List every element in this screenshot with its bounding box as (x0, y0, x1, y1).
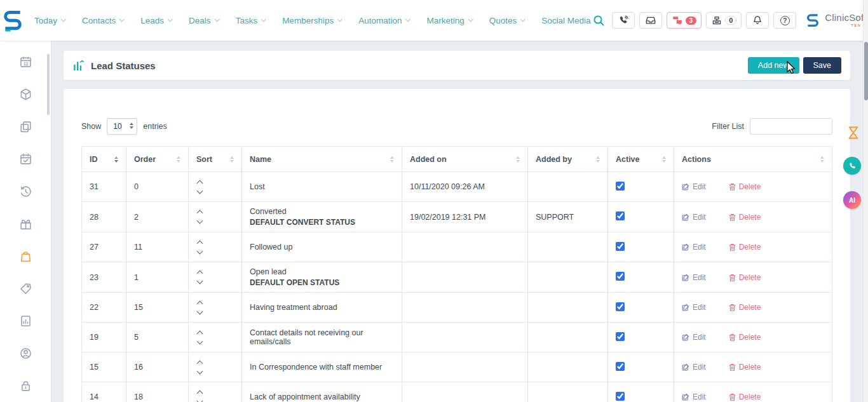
cell-added-by (528, 293, 608, 323)
col-header-added-on[interactable]: Added on (402, 147, 528, 172)
active-checkbox[interactable] (616, 392, 625, 401)
active-checkbox[interactable] (616, 302, 625, 311)
search-button[interactable] (591, 12, 607, 29)
edit-link[interactable]: Edit (682, 182, 706, 191)
edit-link[interactable]: Edit (682, 243, 706, 251)
delete-link[interactable]: Delete (729, 243, 761, 251)
nav-item-leads[interactable]: Leads (140, 16, 172, 25)
delete-link[interactable]: Delete (729, 303, 761, 312)
col-header-actions[interactable]: Actions (674, 147, 832, 172)
move-down-button[interactable] (197, 338, 203, 344)
notifications-button[interactable] (746, 12, 769, 29)
add-new-button[interactable]: Add new (748, 57, 799, 74)
edit-link[interactable]: Edit (682, 333, 706, 342)
filter-input[interactable] (750, 118, 832, 135)
col-header-sort[interactable]: Sort (189, 147, 242, 172)
nav-item-memberships[interactable]: Memberships (282, 16, 341, 25)
brand-tagline: TEN STEPS AHEAD (825, 24, 868, 28)
move-down-button[interactable] (197, 278, 203, 285)
move-up-button[interactable] (197, 360, 203, 366)
active-checkbox[interactable] (616, 332, 625, 341)
page-scrollbar[interactable] (863, 0, 868, 402)
nav-item-contacts[interactable]: Contacts (82, 16, 123, 25)
move-up-button[interactable] (197, 390, 203, 396)
call-widget[interactable] (843, 157, 861, 175)
chat-button[interactable]: 3 (667, 12, 702, 29)
report-icon[interactable] (18, 314, 32, 328)
user-circle-icon[interactable] (18, 346, 32, 360)
table-row: 14 18 Lack of appointment availability (82, 382, 832, 402)
nav-item-tasks[interactable]: Tasks (236, 16, 266, 25)
move-up-button[interactable] (197, 210, 203, 217)
help-button[interactable]: ? (773, 12, 796, 29)
gift-icon[interactable] (18, 217, 32, 231)
app-logo[interactable] (0, 8, 25, 33)
edit-link[interactable]: Edit (682, 273, 706, 282)
move-down-button[interactable] (197, 187, 203, 194)
ai-widget[interactable]: AI (843, 191, 861, 209)
delete-link[interactable]: Delete (729, 392, 761, 401)
move-up-button[interactable] (197, 271, 203, 277)
delete-link[interactable]: Delete (729, 363, 761, 372)
hourglass-widget[interactable] (846, 125, 861, 140)
cell-sort (189, 382, 242, 402)
edit-icon (682, 393, 689, 401)
move-down-button[interactable] (197, 308, 203, 314)
active-checkbox[interactable] (616, 242, 625, 251)
save-button[interactable]: Save (803, 57, 842, 74)
delete-link[interactable]: Delete (729, 182, 761, 191)
col-header-order[interactable]: Order (126, 147, 189, 172)
lock-icon[interactable] (18, 379, 32, 392)
move-down-button[interactable] (197, 398, 203, 402)
col-header-name[interactable]: Name (242, 147, 402, 172)
nav-item-marketing[interactable]: Marketing (426, 16, 471, 25)
package-icon[interactable] (18, 87, 32, 101)
nav-item-quotes[interactable]: Quotes (489, 16, 525, 25)
nav-item-social-media[interactable]: Social Media (541, 16, 590, 25)
nav-item-today[interactable]: Today (34, 16, 65, 25)
edit-link[interactable]: Edit (682, 213, 706, 222)
inbox-button[interactable] (639, 12, 662, 29)
tag-icon[interactable] (18, 281, 32, 295)
calendar-icon[interactable]: 12 (18, 55, 32, 69)
move-down-button[interactable] (197, 218, 203, 224)
chart-icon (72, 59, 85, 72)
move-up-button[interactable] (197, 180, 203, 186)
active-checkbox[interactable] (616, 272, 625, 281)
move-up-button[interactable] (197, 300, 203, 307)
col-header-active[interactable]: Active (608, 147, 674, 172)
table-controls: Show 10 entries Filter List (81, 118, 832, 135)
nav-item-automation[interactable]: Automation (358, 16, 409, 25)
page-size-select[interactable]: 10 (107, 118, 137, 135)
filter-label: Filter List (712, 122, 744, 131)
phone-button[interactable] (612, 12, 635, 29)
active-checkbox[interactable] (616, 211, 625, 220)
nav-item-deals[interactable]: Deals (189, 16, 219, 25)
sidebar-scrollbar[interactable] (47, 54, 50, 115)
shopping-bag-icon[interactable] (18, 249, 32, 263)
move-up-button[interactable] (197, 240, 203, 246)
till-button[interactable]: 0 (706, 12, 742, 29)
edit-link[interactable]: Edit (682, 303, 706, 312)
table-body: 31 0 Lost 10/11/2020 09:26 AM Edit (82, 172, 832, 402)
clinicsoftware-logo-icon (0, 8, 25, 33)
history-icon[interactable] (18, 184, 32, 198)
delete-link[interactable]: Delete (729, 333, 761, 342)
delete-link[interactable]: Delete (729, 273, 761, 282)
scrollbar-thumb[interactable] (864, 42, 868, 100)
edit-link[interactable]: Edit (682, 392, 706, 401)
sidebar: 12 (0, 41, 51, 402)
copy-icon[interactable] (18, 119, 32, 133)
move-down-button[interactable] (197, 368, 203, 374)
delete-link[interactable]: Delete (729, 213, 761, 222)
calendar-check-icon[interactable] (18, 152, 32, 166)
move-down-button[interactable] (197, 248, 203, 254)
active-checkbox[interactable] (616, 362, 625, 371)
sort-icon (596, 156, 600, 163)
col-header-id[interactable]: ID (82, 147, 126, 172)
move-up-button[interactable] (197, 330, 203, 337)
brand-logo[interactable]: ClinicSoftware.com TEN STEPS AHEAD (804, 12, 868, 29)
active-checkbox[interactable] (616, 182, 625, 191)
edit-link[interactable]: Edit (682, 363, 706, 372)
col-header-added-by[interactable]: Added by (528, 147, 608, 172)
